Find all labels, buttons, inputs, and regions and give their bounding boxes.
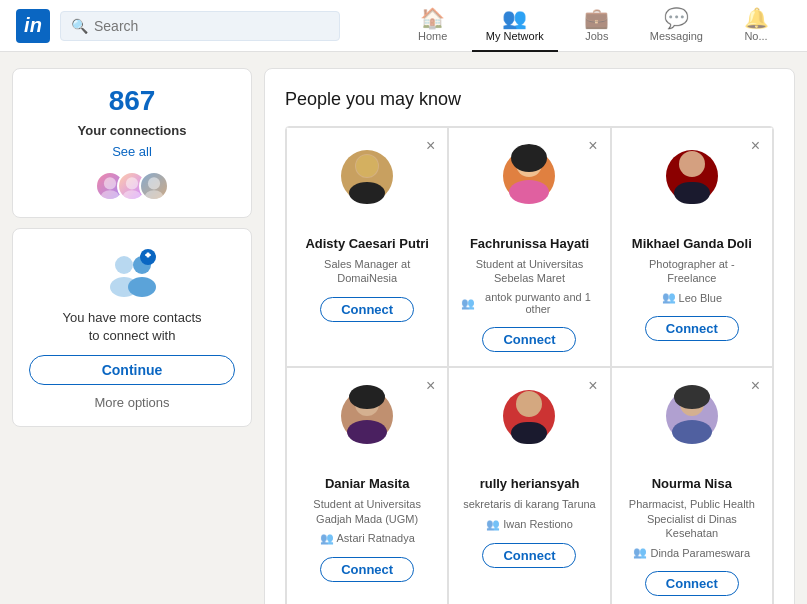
avatar-mikhael (652, 144, 732, 224)
contacts-icon (102, 249, 162, 299)
svg-point-4 (148, 177, 160, 189)
svg-point-9 (128, 277, 156, 297)
mutual-icon: 👥 (486, 518, 500, 531)
more-options-link[interactable]: More options (94, 395, 169, 410)
nav-label-jobs: Jobs (585, 30, 608, 42)
avatar-daniar (327, 384, 407, 464)
svg-point-2 (126, 177, 138, 189)
avatar-rully (489, 384, 569, 464)
close-button-adisty[interactable]: × (424, 136, 437, 156)
svg-point-0 (104, 177, 116, 189)
svg-point-6 (115, 256, 133, 274)
search-icon: 🔍 (71, 18, 88, 34)
svg-rect-15 (349, 182, 385, 204)
mutual-connections-daniar: 👥 Astari Ratnadya (320, 532, 415, 545)
continue-button[interactable]: Continue (29, 355, 235, 385)
connect-button-adisty[interactable]: Connect (320, 297, 414, 322)
person-title-adisty: Sales Manager at DomaiNesia (299, 257, 435, 286)
main-content: People you may know × Adisty Caesari Put… (264, 68, 795, 604)
nav-item-notifications[interactable]: 🔔 No... (721, 0, 791, 52)
connections-card: 867 Your connections See all (12, 68, 252, 218)
nav-label-my-network: My Network (486, 30, 544, 42)
avatar-3 (139, 171, 169, 201)
person-card-nourma: × Nourma Nisa Pharmacist, Public Health … (611, 367, 773, 604)
search-bar[interactable]: 🔍 (60, 11, 340, 41)
main-nav: 🏠 Home 👥 My Network 💼 Jobs 💬 Messaging 🔔… (398, 0, 791, 52)
linkedin-logo[interactable]: in (16, 9, 50, 43)
avatar-adisty (327, 144, 407, 224)
mutual-connections-rully: 👥 Iwan Restiono (486, 518, 573, 531)
connections-label: Your connections (78, 123, 187, 138)
person-title-fachrunissa: Student at Universitas Sebelas Maret (461, 257, 597, 286)
mutual-connections-fachrunissa: 👥 antok purwanto and 1 other (461, 291, 597, 315)
svg-point-34 (674, 385, 710, 409)
svg-point-22 (679, 151, 705, 177)
people-grid: × Adisty Caesari Putri Sales Manager at … (285, 126, 774, 604)
connect-button-mikhael[interactable]: Connect (645, 316, 739, 341)
svg-point-1 (100, 190, 119, 199)
person-card-daniar: × Daniar Masita Student at Universitas G… (286, 367, 448, 604)
svg-point-5 (144, 190, 163, 199)
connect-button-rully[interactable]: Connect (482, 543, 576, 568)
svg-rect-19 (509, 180, 549, 204)
person-title-nourma: Pharmacist, Public Health Specialist di … (624, 497, 760, 540)
person-name-fachrunissa: Fachrunissa Hayati (470, 236, 589, 253)
mutual-icon: 👥 (320, 532, 334, 545)
person-name-mikhael: Mikhael Ganda Doli (632, 236, 752, 253)
avatar-nourma (652, 384, 732, 464)
svg-rect-33 (672, 420, 712, 444)
person-card-mikhael: × Mikhael Ganda Doli Photographer at - F… (611, 127, 773, 367)
close-button-fachrunissa[interactable]: × (586, 136, 599, 156)
main-layout: 867 Your connections See all (0, 52, 807, 604)
search-input[interactable] (94, 18, 329, 34)
jobs-icon: 💼 (584, 8, 609, 28)
person-card-rully: × rully heriansyah sekretaris di karang … (448, 367, 610, 604)
nav-item-messaging[interactable]: 💬 Messaging (636, 0, 717, 52)
close-button-nourma[interactable]: × (749, 376, 762, 396)
mutual-icon: 👥 (662, 291, 676, 304)
sidebar: 867 Your connections See all (12, 68, 252, 604)
connect-button-fachrunissa[interactable]: Connect (482, 327, 576, 352)
connect-button-daniar[interactable]: Connect (320, 557, 414, 582)
see-all-link[interactable]: See all (112, 144, 152, 159)
section-title: People you may know (285, 89, 774, 110)
person-title-rully: sekretaris di karang Taruna (463, 497, 595, 511)
svg-point-20 (511, 144, 547, 172)
nav-item-my-network[interactable]: 👥 My Network (472, 0, 558, 52)
mutual-connections-mikhael: 👥 Leo Blue (662, 291, 722, 304)
connections-count: 867 (109, 85, 156, 117)
person-name-nourma: Nourma Nisa (652, 476, 732, 493)
svg-rect-26 (347, 420, 387, 444)
mutual-icon: 👥 (633, 546, 647, 559)
main-header: in 🔍 🏠 Home 👥 My Network 💼 Jobs 💬 Messag… (0, 0, 807, 52)
contacts-card-text: You have more contacts to connect with (63, 309, 202, 345)
person-title-daniar: Student at Universitas Gadjah Mada (UGM) (299, 497, 435, 526)
svg-rect-12 (147, 253, 150, 258)
person-title-mikhael: Photographer at - Freelance (624, 257, 760, 286)
svg-point-29 (516, 391, 542, 417)
close-button-mikhael[interactable]: × (749, 136, 762, 156)
svg-point-27 (349, 385, 385, 409)
mutual-icon: 👥 (461, 297, 475, 310)
nav-label-notifications: No... (744, 30, 767, 42)
avatar-fachrunissa (489, 144, 569, 224)
svg-rect-30 (511, 422, 547, 444)
svg-point-16 (356, 155, 378, 177)
close-button-rully[interactable]: × (586, 376, 599, 396)
nav-item-jobs[interactable]: 💼 Jobs (562, 0, 632, 52)
nav-item-home[interactable]: 🏠 Home (398, 0, 468, 52)
contacts-card: You have more contacts to connect with C… (12, 228, 252, 427)
messaging-icon: 💬 (664, 8, 689, 28)
mutual-connections-nourma: 👥 Dinda Parameswara (633, 546, 750, 559)
home-icon: 🏠 (420, 8, 445, 28)
person-card-fachrunissa: × Fachrunissa Hayati Student at Universi… (448, 127, 610, 367)
person-name-daniar: Daniar Masita (325, 476, 410, 493)
nav-label-messaging: Messaging (650, 30, 703, 42)
connection-avatars (95, 171, 169, 201)
connect-button-nourma[interactable]: Connect (645, 571, 739, 596)
svg-point-3 (122, 190, 141, 199)
close-button-daniar[interactable]: × (424, 376, 437, 396)
nav-label-home: Home (418, 30, 447, 42)
person-card-adisty: × Adisty Caesari Putri Sales Manager at … (286, 127, 448, 367)
network-icon: 👥 (502, 8, 527, 28)
